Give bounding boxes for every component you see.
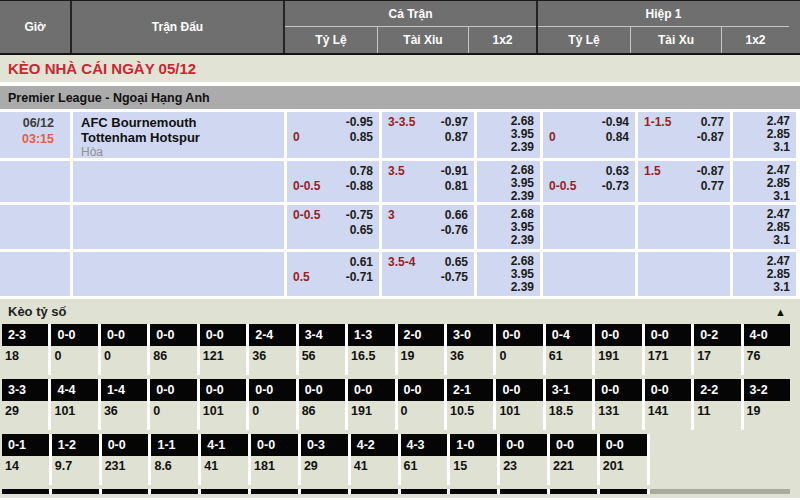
h1-handicap-cell[interactable]: -0.9400.84 <box>543 112 635 158</box>
score-cell[interactable]: 0-0 <box>150 379 196 401</box>
handicap-value[interactable]: 3-3.5 <box>388 115 415 130</box>
score-odds-value[interactable]: 231 <box>102 456 149 485</box>
odds-value[interactable]: -0.73 <box>602 179 629 194</box>
odds-value[interactable]: 2.39 <box>477 190 540 203</box>
score-odds-value[interactable]: 9.7 <box>52 456 99 485</box>
score-cell[interactable] <box>201 489 248 494</box>
score-cell[interactable] <box>600 489 647 494</box>
score-cell[interactable] <box>102 489 149 494</box>
odds-value[interactable]: -0.76 <box>441 223 468 238</box>
score-cell[interactable]: 4-0 <box>744 324 790 346</box>
score-cell[interactable]: 0-4 <box>546 324 592 346</box>
score-odds-value[interactable]: 221 <box>550 456 597 485</box>
odds-value[interactable]: 3.1 <box>733 234 796 247</box>
score-odds-value[interactable]: 36 <box>447 346 493 375</box>
score-cell[interactable]: 0-0 <box>200 379 246 401</box>
odds-value[interactable]: 0.66 <box>445 208 468 223</box>
score-cell[interactable]: 0-3 <box>301 434 348 456</box>
odds-value[interactable]: -0.75 <box>346 208 373 223</box>
score-cell[interactable]: 0-0 <box>645 324 691 346</box>
handicap-value[interactable]: 0 <box>293 130 300 145</box>
score-cell[interactable]: 3-4 <box>299 324 345 346</box>
h1-handicap-cell[interactable]: 0.630-0.5-0.73 <box>543 161 635 202</box>
score-odds-value[interactable]: 61 <box>401 456 448 485</box>
odds-value[interactable]: 0.63 <box>606 164 629 179</box>
score-cell[interactable]: 4-1 <box>201 434 248 456</box>
score-cell[interactable]: 0-0 <box>348 379 394 401</box>
ft-overunder-cell[interactable]: 3.5-0.910.81 <box>382 161 474 202</box>
score-cell[interactable]: 1-0 <box>450 434 497 456</box>
score-odds-value[interactable]: 0 <box>398 401 444 430</box>
odds-value[interactable]: 2.39 <box>477 234 540 247</box>
h1-1x2-cell[interactable]: 2.472.853.1 <box>733 161 796 202</box>
h1-1x2-cell[interactable]: 2.472.853.1 <box>733 205 796 249</box>
score-odds-value[interactable]: 86 <box>299 401 345 430</box>
ft-1x2-cell[interactable]: 2.683.952.39 <box>477 252 540 296</box>
score-cell[interactable] <box>500 489 547 494</box>
score-cell[interactable] <box>401 489 448 494</box>
score-odds-value[interactable]: 14 <box>2 456 49 485</box>
handicap-value[interactable]: 0.5 <box>293 270 310 285</box>
ft-handicap-cell[interactable]: 0.780-0.5-0.88 <box>287 161 379 202</box>
ft-handicap-cell[interactable]: 0.610.5-0.71 <box>287 252 379 296</box>
handicap-value[interactable]: 0 <box>549 130 556 145</box>
score-cell[interactable] <box>550 489 597 494</box>
odds-value[interactable]: 0.81 <box>445 179 468 194</box>
score-odds-value[interactable]: 131 <box>595 401 641 430</box>
score-cell[interactable]: 0-0 <box>595 379 641 401</box>
handicap-value[interactable]: 1.5 <box>644 164 661 179</box>
score-cell[interactable]: 0-0 <box>251 434 298 456</box>
odds-value[interactable]: 0.77 <box>701 179 724 194</box>
score-odds-value[interactable]: 86 <box>150 346 196 375</box>
score-cell[interactable]: 0-0 <box>595 324 641 346</box>
score-cell[interactable] <box>450 489 497 494</box>
score-cell[interactable]: 4-3 <box>401 434 448 456</box>
score-cell[interactable]: 2-2 <box>694 379 740 401</box>
score-cell[interactable]: 2-3 <box>2 324 48 346</box>
h1-overunder-cell[interactable] <box>638 205 730 249</box>
odds-value[interactable]: -0.95 <box>346 115 373 130</box>
h1-handicap-cell[interactable] <box>543 205 635 249</box>
ft-overunder-cell[interactable]: 30.66-0.76 <box>382 205 474 249</box>
score-cell[interactable]: 2-1 <box>447 379 493 401</box>
score-cell[interactable] <box>151 489 198 494</box>
score-cell[interactable]: 0-0 <box>200 324 246 346</box>
score-odds-value[interactable]: 101 <box>51 401 97 430</box>
score-odds-value[interactable]: 15 <box>450 456 497 485</box>
h1-1x2-cell[interactable]: 2.472.853.1 <box>733 252 796 296</box>
score-cell[interactable]: 0-0 <box>150 324 196 346</box>
score-odds-value[interactable]: 19 <box>398 346 444 375</box>
score-cell[interactable]: 2-4 <box>249 324 295 346</box>
odds-value[interactable]: -0.71 <box>346 270 373 285</box>
score-odds-value[interactable]: 101 <box>200 401 246 430</box>
ft-handicap-cell[interactable]: -0.9500.85 <box>287 112 379 158</box>
score-cell[interactable]: 0-0 <box>398 379 444 401</box>
score-odds-value[interactable]: 0 <box>101 346 147 375</box>
score-cell[interactable]: 4-4 <box>51 379 97 401</box>
score-cell[interactable] <box>52 489 99 494</box>
odds-value[interactable]: 0.65 <box>445 255 468 270</box>
handicap-value[interactable]: 0-0.5 <box>293 208 320 223</box>
odds-value[interactable]: 0.77 <box>701 115 724 130</box>
score-odds-value[interactable]: 171 <box>645 346 691 375</box>
odds-value[interactable]: -0.94 <box>602 115 629 130</box>
score-cell[interactable]: 3-3 <box>2 379 48 401</box>
h1-overunder-cell[interactable]: 1-1.50.77-0.87 <box>638 112 730 158</box>
score-cell[interactable]: 0-0 <box>496 379 542 401</box>
score-odds-value[interactable]: 23 <box>500 456 547 485</box>
score-odds-value[interactable]: 191 <box>348 401 394 430</box>
score-cell[interactable]: 0-0 <box>101 324 147 346</box>
score-odds-value[interactable]: 0 <box>496 346 542 375</box>
score-cell[interactable]: 1-3 <box>348 324 394 346</box>
score-odds-value[interactable]: 29 <box>301 456 348 485</box>
score-cell[interactable]: 0-0 <box>51 324 97 346</box>
odds-value[interactable]: 0.85 <box>350 130 373 145</box>
odds-value[interactable]: 3.1 <box>733 281 796 294</box>
score-odds-value[interactable]: 41 <box>351 456 398 485</box>
odds-value[interactable]: 0.78 <box>350 164 373 179</box>
score-odds-value[interactable]: 16.5 <box>348 346 394 375</box>
score-cell[interactable]: 0-2 <box>694 324 740 346</box>
score-odds-value[interactable]: 121 <box>200 346 246 375</box>
collapse-arrow-icon[interactable]: ▲ <box>775 306 786 318</box>
odds-value[interactable]: 2.39 <box>477 141 540 154</box>
